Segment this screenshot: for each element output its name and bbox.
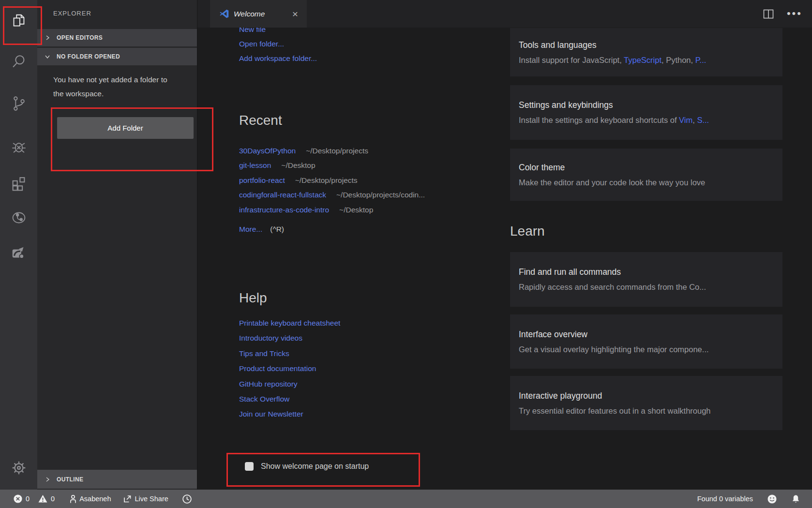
help-link[interactable]: Join our Newsletter xyxy=(239,406,340,421)
start-link[interactable]: Add workspace folder... xyxy=(239,51,317,66)
card-title: Interactive playground xyxy=(519,391,774,401)
help-link[interactable]: Introductory videos xyxy=(239,330,340,345)
help-section: Help Printable keyboard cheatsheetIntrod… xyxy=(239,290,340,422)
welcome-card[interactable]: Interface overview Get a visual overlay … xyxy=(510,314,782,369)
gitlens-icon[interactable] xyxy=(10,209,28,227)
help-list: Printable keyboard cheatsheetIntroductor… xyxy=(239,315,340,422)
welcome-right-column: Tools and languages Install support for … xyxy=(510,28,782,430)
recent-heading: Recent xyxy=(239,113,425,128)
recent-item-link[interactable]: codingforall-react-fullstack xyxy=(239,191,326,199)
card-desc-text: , Python, xyxy=(662,56,695,64)
card-title: Color theme xyxy=(519,163,774,173)
live-share-status[interactable]: Live Share xyxy=(122,494,168,504)
found-variables-text: Found 0 variables xyxy=(697,495,753,503)
card-description: Install the settings and keyboard shortc… xyxy=(519,116,774,125)
card-desc-text: Get a visual overlay highlighting the ma… xyxy=(519,345,709,354)
section-label: OPEN EDITORS xyxy=(57,34,103,41)
recent-item-link[interactable]: portfolio-react xyxy=(239,176,285,184)
card-desc-text: Install the settings and keyboard shortc… xyxy=(519,116,679,124)
welcome-card[interactable]: Tools and languages Install support for … xyxy=(510,28,782,76)
tab-bar: Welcome × ••• xyxy=(197,0,812,28)
search-icon[interactable] xyxy=(10,53,28,71)
more-link[interactable]: More... xyxy=(239,225,262,233)
recent-item-link[interactable]: git-lesson xyxy=(239,161,271,169)
card-description: Rapidly access and search commands from … xyxy=(519,283,774,292)
welcome-card[interactable]: Settings and keybindings Install the set… xyxy=(510,85,782,140)
errors-count: 0 xyxy=(26,495,30,503)
section-label: OUTLINE xyxy=(57,476,83,483)
section-no-folder-opened[interactable]: NO FOLDER OPENED xyxy=(37,48,197,65)
help-link[interactable]: Printable keyboard cheatsheet xyxy=(239,315,340,330)
errors-status[interactable]: 0 xyxy=(13,494,30,504)
card-desc-link[interactable]: S... xyxy=(697,116,709,124)
recent-item: infrastructure-as-code-intro~/Desktop xyxy=(239,203,425,217)
account-status[interactable]: Asabeneh xyxy=(68,494,111,504)
section-outline[interactable]: OUTLINE xyxy=(37,470,197,489)
account-name: Asabeneh xyxy=(79,495,111,503)
recent-item-path: ~/Desktop xyxy=(339,206,373,214)
help-link[interactable]: GitHub repository xyxy=(239,376,340,391)
recent-more-row: More...(^R) xyxy=(239,222,425,237)
tab-close-icon[interactable]: × xyxy=(291,9,299,19)
card-desc-link[interactable]: Vim xyxy=(679,116,692,124)
recent-item-path: ~/Desktop/projects xyxy=(306,147,368,155)
startup-checkbox-label: Show welcome page on startup xyxy=(261,462,369,471)
recent-item-path: ~/Desktop/projects xyxy=(295,176,358,184)
source-control-icon[interactable] xyxy=(10,94,28,113)
recent-section: Recent 30DaysOfPython~/Desktop/projects … xyxy=(239,113,425,237)
welcome-card[interactable]: Color theme Make the editor and your cod… xyxy=(510,149,782,201)
tab-welcome[interactable]: Welcome × xyxy=(210,0,307,28)
no-folder-message: You have not yet added a folder to the w… xyxy=(53,73,177,101)
recent-item: portfolio-react~/Desktop/projects xyxy=(239,173,425,188)
startup-option: Show welcome page on startup xyxy=(245,462,369,471)
vscode-window: EXPLORER OPEN EDITORS NO FOLDER OPENED Y… xyxy=(0,0,812,508)
card-desc-link[interactable]: TypeScript xyxy=(624,56,662,64)
recent-item-link[interactable]: 30DaysOfPython xyxy=(239,147,296,155)
explorer-files-icon[interactable] xyxy=(10,12,28,30)
more-actions-icon[interactable]: ••• xyxy=(787,12,802,16)
activity-bar xyxy=(0,0,37,490)
editor-area: New fileOpen folder...Add workspace fold… xyxy=(197,0,812,490)
help-heading: Help xyxy=(239,290,340,306)
startup-checkbox[interactable] xyxy=(245,462,254,471)
card-desc-link[interactable]: P... xyxy=(695,56,707,64)
sidebar-explorer: EXPLORER OPEN EDITORS NO FOLDER OPENED Y… xyxy=(37,0,197,490)
status-bar-right: Found 0 variables xyxy=(697,494,812,504)
more-shortcut: (^R) xyxy=(270,225,284,233)
add-folder-button[interactable]: Add Folder xyxy=(57,117,194,139)
tab-title: Welcome xyxy=(234,10,291,18)
notifications-bell-icon[interactable] xyxy=(791,494,800,504)
learn-heading: Learn xyxy=(510,224,782,239)
recent-item: git-lesson~/Desktop xyxy=(239,158,425,173)
live-share-icon[interactable] xyxy=(10,244,28,263)
chevron-down-icon xyxy=(45,54,50,60)
help-link[interactable]: Tips and Tricks xyxy=(239,346,340,361)
chevron-right-icon xyxy=(45,35,50,41)
recent-item-link[interactable]: infrastructure-as-code-intro xyxy=(239,206,329,214)
settings-gear-icon[interactable] xyxy=(10,459,28,477)
welcome-card[interactable]: Find and run all commands Rapidly access… xyxy=(510,252,782,307)
help-link[interactable]: Product documentation xyxy=(239,361,340,376)
live-share-label: Live Share xyxy=(135,495,168,503)
welcome-card[interactable]: Interactive playground Try essential edi… xyxy=(510,376,782,430)
warnings-count: 0 xyxy=(51,495,55,503)
warning-icon xyxy=(38,494,48,504)
extensions-icon[interactable] xyxy=(10,175,28,193)
section-open-editors[interactable]: OPEN EDITORS xyxy=(37,29,197,46)
card-desc-text: Rapidly access and search commands from … xyxy=(519,283,706,291)
help-link[interactable]: Stack Overflow xyxy=(239,391,340,406)
card-desc-text: Make the editor and your code look the w… xyxy=(519,178,705,187)
share-icon xyxy=(122,494,132,504)
feedback-smiley-icon[interactable] xyxy=(767,494,777,504)
warnings-status[interactable]: 0 xyxy=(38,494,55,504)
clock-icon xyxy=(182,494,192,504)
card-description: Try essential editor features out in a s… xyxy=(519,406,774,416)
start-link[interactable]: Open folder... xyxy=(239,37,317,51)
card-title: Settings and keybindings xyxy=(519,100,774,110)
start-links: New fileOpen folder...Add workspace fold… xyxy=(239,22,317,66)
split-editor-icon[interactable] xyxy=(763,9,774,19)
debug-icon[interactable] xyxy=(10,138,28,156)
timer-status[interactable] xyxy=(182,494,192,504)
recent-list: 30DaysOfPython~/Desktop/projects git-les… xyxy=(239,144,425,217)
card-description: Get a visual overlay highlighting the ma… xyxy=(519,345,774,354)
